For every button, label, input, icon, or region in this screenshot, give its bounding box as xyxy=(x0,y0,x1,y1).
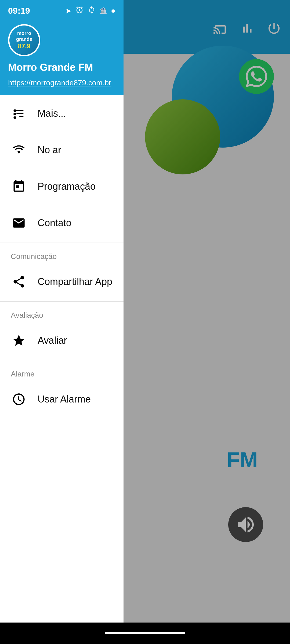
arrow-up-icon xyxy=(11,105,27,122)
section-header-alarme: Alarme xyxy=(0,362,124,381)
divider-comunicacao xyxy=(0,243,124,243)
status-time: 09:19 xyxy=(8,6,30,16)
calendar-icon xyxy=(11,178,27,195)
menu-item-no-ar[interactable]: No ar xyxy=(0,132,124,168)
menu-item-usar-alarme[interactable]: Usar Alarme xyxy=(0,381,124,418)
menu-label-mais: Mais... xyxy=(38,108,66,119)
sync-status-icon xyxy=(88,6,96,16)
nav-indicator xyxy=(105,632,185,634)
menu-label-programacao: Programação xyxy=(38,181,96,192)
section-header-avaliacao: Avaliação xyxy=(0,303,124,322)
navigation-status-icon: ➤ xyxy=(65,6,71,15)
menu-item-avaliar[interactable]: Avaliar xyxy=(0,322,124,359)
svg-rect-2 xyxy=(14,116,16,119)
divider-avaliacao xyxy=(0,301,124,302)
svg-rect-0 xyxy=(14,109,16,112)
overlay-scrim[interactable] xyxy=(124,0,290,644)
menu-label-contato: Contato xyxy=(38,217,71,229)
nav-bar xyxy=(0,623,290,644)
svg-rect-1 xyxy=(14,113,16,115)
divider-alarme xyxy=(0,360,124,360)
app-url[interactable]: https://morrogrande879.com.br xyxy=(8,79,115,87)
menu-item-mais[interactable]: Mais... xyxy=(0,95,124,132)
menu-item-contato[interactable]: Contato xyxy=(0,205,124,241)
menu-item-programacao[interactable]: Programação xyxy=(0,168,124,205)
alarm-status-icon xyxy=(75,6,84,16)
app-logo: morrogrande 87.9 xyxy=(8,24,40,56)
star-icon xyxy=(11,332,27,349)
drawer: 09:19 ➤ 🏦 ● morrogrande xyxy=(0,0,124,644)
menu-label-avaliar: Avaliar xyxy=(38,335,67,346)
section-header-comunicacao: Comunicação xyxy=(0,244,124,264)
menu-item-compartilhar[interactable]: Compartilhar App xyxy=(0,264,124,300)
app-name: Morro Grande FM xyxy=(8,62,115,73)
menu-label-no-ar: No ar xyxy=(38,144,61,156)
alarm-clock-icon xyxy=(11,391,27,407)
share-icon xyxy=(11,274,27,290)
wifi-broadcast-icon xyxy=(11,142,27,158)
status-icons: ➤ 🏦 ● xyxy=(65,6,115,16)
dot-status-icon: ● xyxy=(111,6,115,15)
drawer-logo-container: morrogrande 87.9 xyxy=(8,24,115,56)
mail-icon xyxy=(11,215,27,231)
menu-label-usar-alarme: Usar Alarme xyxy=(38,394,91,405)
bank-status-icon: 🏦 xyxy=(100,7,107,14)
status-bar: 09:19 ➤ 🏦 ● xyxy=(0,0,124,21)
drawer-menu: Mais... No ar Programação xyxy=(0,95,124,644)
menu-label-compartilhar: Compartilhar App xyxy=(38,276,112,287)
